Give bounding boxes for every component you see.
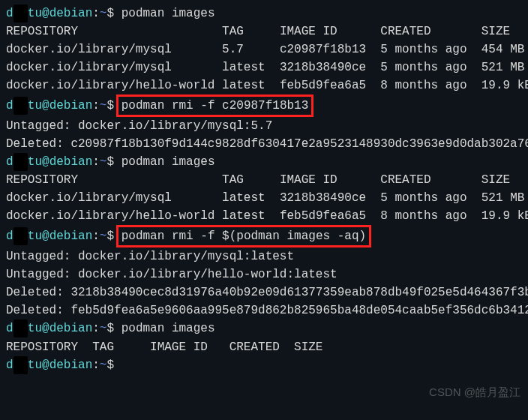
output-untagged-2: Untagged: docker.io/library/mysql:latest xyxy=(6,248,522,266)
col-tag: TAG xyxy=(222,22,280,40)
col-repo: REPOSITORY xyxy=(6,22,222,40)
highlighted-command-2: podman rmi -f $(podman images -aq) xyxy=(116,225,371,248)
col-size: SIZE xyxy=(482,22,528,40)
table-header: REPOSITORY TAG IMAGE ID CREATED SIZE xyxy=(6,22,528,40)
prompt-line-4: d tu@debian:~$ podman rmi -f $(podman im… xyxy=(6,225,522,248)
table-row: docker.io/library/mysql 5.7 c20987f18b13… xyxy=(6,40,528,58)
host: debian xyxy=(50,7,93,20)
table-row: docker.io/library/mysql latest 3218b3849… xyxy=(6,189,528,207)
command-podman-rmi-all: podman rmi -f $(podman images -aq) xyxy=(122,230,366,243)
user-suffix: tu xyxy=(28,7,42,20)
empty-image-header: REPOSITORY TAG IMAGE ID CREATED SIZE xyxy=(6,338,522,356)
image-list-2: REPOSITORY TAG IMAGE ID CREATED SIZE doc… xyxy=(6,171,528,225)
prompt-line-3: d tu@debian:~$ podman images xyxy=(6,153,522,171)
output-untagged-1: Untagged: docker.io/library/mysql:5.7 xyxy=(6,117,522,135)
command-podman-images-1: podman images xyxy=(122,7,215,20)
prompt-line-2: d tu@debian:~$ podman rmi -f c20987f18b1… xyxy=(6,94,522,117)
command-podman-images-3: podman images xyxy=(122,322,215,336)
colon: : xyxy=(92,7,100,20)
output-deleted-2: Deleted: 3218b38490cec8d31976a40b92e09d6… xyxy=(6,284,522,302)
table-row: docker.io/library/hello-world latest feb… xyxy=(6,207,528,225)
cursor-icon xyxy=(122,358,128,372)
prompt-line-1: d tu@debian:~$ podman images xyxy=(6,4,522,22)
watermark: CSDN @皓月盈江 xyxy=(429,384,520,401)
table-header: REPOSITORY TAG IMAGE ID CREATED SIZE xyxy=(6,171,528,189)
command-podman-images-2: podman images xyxy=(122,155,215,169)
col-created: CREATED xyxy=(380,22,481,40)
path: ~ xyxy=(100,7,107,20)
highlighted-command-1: podman rmi -f c20987f18b13 xyxy=(116,94,314,117)
output-deleted-3: Deleted: feb5d9fea6a5e9606aa995e879d862b… xyxy=(6,302,522,320)
image-list-1: REPOSITORY TAG IMAGE ID CREATED SIZE doc… xyxy=(6,22,528,94)
user-obscured xyxy=(14,4,28,22)
table-row: docker.io/library/hello-world latest feb… xyxy=(6,76,528,94)
output-deleted-1: Deleted: c20987f18b130f9d144c9828df63041… xyxy=(6,135,522,153)
table-row: docker.io/library/mysql latest 3218b3849… xyxy=(6,58,528,76)
prompt-line-6[interactable]: d tu@debian:~$ xyxy=(6,356,522,374)
dollar: $ xyxy=(106,7,114,20)
output-untagged-3: Untagged: docker.io/library/hello-world:… xyxy=(6,266,522,284)
command-podman-rmi-id: podman rmi -f c20987f18b13 xyxy=(122,99,309,112)
at: @ xyxy=(42,7,50,20)
col-id: IMAGE ID xyxy=(280,22,380,40)
user-prefix: d xyxy=(6,7,14,20)
prompt-line-5: d tu@debian:~$ podman images xyxy=(6,320,522,338)
